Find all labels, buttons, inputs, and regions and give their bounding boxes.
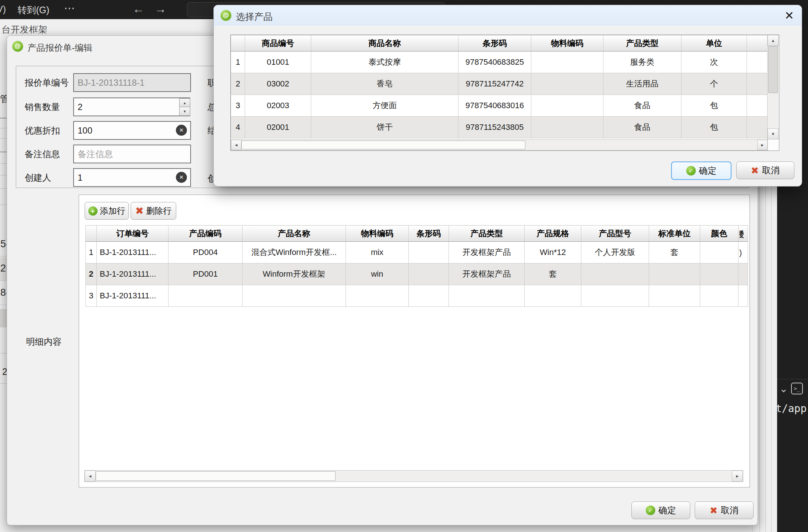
cell[interactable] <box>747 52 768 73</box>
cell[interactable]: PD001 <box>169 263 242 285</box>
cell[interactable]: 包 <box>681 95 747 117</box>
ok-button[interactable]: ✓ 确定 <box>631 501 690 519</box>
table-row[interactable]: 3BJ-1-2013111... <box>86 285 748 307</box>
cell[interactable] <box>169 285 242 307</box>
cell[interactable] <box>738 263 748 285</box>
spinner-down-icon[interactable]: ▼ <box>179 107 190 116</box>
horizontal-scrollbar[interactable]: ◄ ► <box>231 139 768 150</box>
cell[interactable]: 个人开发版 <box>581 242 649 263</box>
scroll-left-icon[interactable]: ◄ <box>85 471 96 482</box>
clear-icon[interactable]: ✕ <box>176 172 187 183</box>
detail-grid[interactable]: 订单编号产品编码产品名称物料编码条形码产品类型产品规格产品型号标准单位颜色1BJ… <box>85 225 748 307</box>
row-number-cell[interactable]: 3 <box>86 285 97 307</box>
product-grid[interactable]: 商品编号商品名称条形码物料编码产品类型单位101001泰式按摩978754068… <box>231 35 768 138</box>
row-number-cell[interactable]: 4 <box>231 117 245 138</box>
qty-field[interactable] <box>73 97 190 116</box>
row-number-cell[interactable]: 1 <box>86 242 97 263</box>
cell[interactable]: 混合式Winform开发框... <box>242 242 346 263</box>
row-number-header[interactable] <box>231 35 245 52</box>
forward-arrow-icon[interactable]: → <box>155 2 166 16</box>
column-header[interactable]: 产品类型 <box>603 35 681 52</box>
close-icon[interactable]: ✕ <box>781 8 797 23</box>
chevron-down-icon[interactable]: ⌄ <box>779 383 788 395</box>
column-header[interactable]: 标准单位 <box>649 226 700 242</box>
discount-field[interactable] <box>73 121 191 140</box>
row-number-cell[interactable]: 3 <box>231 95 245 117</box>
table-row[interactable]: 101001泰式按摩9787540683825服务类次 <box>231 52 768 73</box>
cell[interactable]: win <box>346 263 409 285</box>
cell[interactable] <box>531 95 603 117</box>
cell[interactable]: BJ-1-2013111... <box>97 285 169 307</box>
cell[interactable]: 饼干 <box>311 117 458 138</box>
vertical-scrollbar[interactable]: ▲ ▼ <box>767 35 779 139</box>
cell[interactable] <box>531 117 603 138</box>
cell[interactable] <box>649 263 700 285</box>
column-header[interactable]: 物料编码 <box>346 226 409 242</box>
cell[interactable] <box>531 52 603 73</box>
cell[interactable]: Win*12 <box>525 242 581 263</box>
cell[interactable]: Winform开发框架 <box>242 263 346 285</box>
cell[interactable]: 方便面 <box>311 95 458 117</box>
terminal-icon[interactable]: >_ <box>791 383 803 394</box>
add-row-button[interactable]: ＋ 添加行 <box>85 202 129 220</box>
cell[interactable]: mix <box>346 242 409 263</box>
scrollbar-thumb[interactable] <box>96 471 336 481</box>
column-header[interactable]: 产品规格 <box>525 226 581 242</box>
cell[interactable] <box>747 117 768 138</box>
column-header[interactable]: 条形码 <box>409 226 449 242</box>
cell[interactable]: 服务类 <box>603 52 681 73</box>
cell[interactable] <box>581 263 649 285</box>
row-number-cell[interactable]: 1 <box>231 52 245 73</box>
delete-row-button[interactable]: ✖ 删除行 <box>131 202 176 220</box>
cell[interactable]: 03002 <box>245 73 311 95</box>
cell[interactable] <box>449 285 525 307</box>
table-row[interactable]: 203002香皂9787115247742生活用品个 <box>231 73 768 95</box>
scroll-up-icon[interactable]: ▲ <box>768 35 779 46</box>
cell[interactable] <box>242 285 346 307</box>
cell[interactable]: 套 <box>649 242 700 263</box>
column-header[interactable]: 颜色 <box>700 226 738 242</box>
cell[interactable]: PD004 <box>169 242 242 263</box>
column-header[interactable]: 产品名称 <box>242 226 346 242</box>
menu-item-goto[interactable]: 转到(G) <box>18 4 49 16</box>
cell[interactable]: 开发框架产品 <box>449 263 525 285</box>
column-header[interactable]: 单位 <box>681 35 747 52</box>
cell[interactable] <box>581 285 649 307</box>
back-arrow-icon[interactable]: ← <box>132 2 144 16</box>
cell[interactable]: 开发框架产品 <box>449 242 525 263</box>
remark-field[interactable] <box>73 145 191 163</box>
cell[interactable] <box>747 73 768 95</box>
cell[interactable] <box>409 285 449 307</box>
cell[interactable]: 9787540683016 <box>458 95 531 117</box>
cell[interactable] <box>649 285 700 307</box>
cell[interactable]: 包 <box>681 117 747 138</box>
scroll-left-icon[interactable]: ◄ <box>231 140 241 150</box>
ok-button[interactable]: ✓ 确定 <box>671 162 731 180</box>
cell[interactable]: 食品 <box>603 95 681 117</box>
column-header[interactable]: 商品编号 <box>245 35 311 52</box>
scroll-right-icon[interactable]: ► <box>757 140 768 150</box>
cell[interactable] <box>700 285 738 307</box>
column-header[interactable]: 产品类型 <box>449 226 525 242</box>
cell[interactable] <box>531 73 603 95</box>
column-header[interactable]: 订单编号 <box>97 226 169 242</box>
cell[interactable]: 01001 <box>245 52 311 73</box>
cell[interactable]: 个 <box>681 73 747 95</box>
column-header[interactable]: 产品型号 <box>581 226 649 242</box>
cell[interactable] <box>747 95 768 117</box>
cell[interactable]: BJ-1-2013111... <box>97 263 169 285</box>
cell[interactable]: 9787115243805 <box>458 117 531 138</box>
quote-no-field[interactable] <box>73 73 191 92</box>
table-row[interactable]: 1BJ-1-2013111...PD004混合式Winform开发框...mix… <box>86 242 748 263</box>
cell[interactable]: 9787115247742 <box>458 73 531 95</box>
table-row[interactable]: 302003方便面9787540683016食品包 <box>231 95 768 117</box>
creator-field[interactable] <box>73 168 191 187</box>
cancel-button[interactable]: ✖ 取消 <box>695 501 754 519</box>
cell[interactable]: 香皂 <box>311 73 458 95</box>
column-header[interactable]: 物料编码 <box>531 35 603 52</box>
cancel-button[interactable]: ✖ 取消 <box>736 162 794 179</box>
scroll-down-icon[interactable]: ▼ <box>768 128 779 139</box>
table-row[interactable]: 402001饼干9787115243805食品包 <box>231 117 768 138</box>
row-number-cell[interactable]: 2 <box>86 263 97 285</box>
cell[interactable]: BJ-1-2013111... <box>97 242 169 263</box>
